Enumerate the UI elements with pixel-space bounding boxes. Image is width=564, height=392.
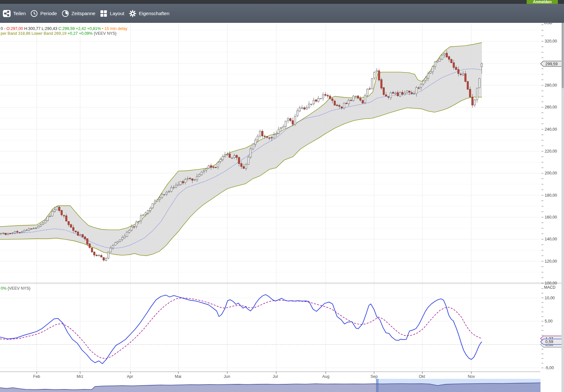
toolbar-share-label: Teilen xyxy=(13,11,26,16)
candle-up xyxy=(199,174,200,176)
gear-icon xyxy=(129,10,136,17)
candle-down xyxy=(451,60,452,63)
candle-up xyxy=(131,227,133,230)
candle-up xyxy=(117,241,118,243)
candle-up xyxy=(156,200,158,201)
candle-up xyxy=(166,192,167,194)
candle-up xyxy=(105,258,107,260)
candle-down xyxy=(290,118,291,121)
candle-down xyxy=(460,74,462,75)
candle-down xyxy=(469,89,471,97)
candle-down xyxy=(304,108,305,109)
candle-up xyxy=(49,216,51,217)
candle-up xyxy=(98,255,100,256)
candle-up xyxy=(145,213,146,215)
candle-down xyxy=(336,105,338,106)
candle-up xyxy=(257,136,258,140)
macd-header-symbol: {VEEV NYS} xyxy=(6,286,30,291)
candle-up xyxy=(47,216,49,221)
bollinger-band-values: per Band 318,86 Lower Band 269,19 xyxy=(1,31,68,36)
candle-up xyxy=(245,164,247,168)
toolbar-share-button[interactable]: Teilen xyxy=(3,10,26,17)
toolbar-properties-button[interactable]: Eigenschaften xyxy=(129,10,169,17)
candle-up xyxy=(296,111,298,116)
candle-up xyxy=(126,232,128,237)
candle-down xyxy=(63,215,65,216)
candle-up xyxy=(168,191,170,192)
candle-up xyxy=(196,176,198,180)
clock-icon xyxy=(30,10,38,17)
candle-up xyxy=(217,162,219,167)
layout-grid-icon xyxy=(100,10,108,17)
month-label: Mai xyxy=(175,374,181,379)
candle-up xyxy=(301,108,303,108)
candle-down xyxy=(10,233,11,234)
candle-up xyxy=(33,228,34,229)
candle-up xyxy=(434,62,436,67)
candle-up xyxy=(231,158,233,159)
candle-up xyxy=(38,226,39,228)
candle-up xyxy=(273,135,275,138)
candle-up xyxy=(250,149,251,157)
candle-up xyxy=(138,221,139,222)
candle-down xyxy=(397,92,399,96)
candle-down xyxy=(346,103,347,104)
candle-up xyxy=(42,223,44,225)
price-axis-label: 140,00 xyxy=(545,237,557,241)
toolbar-period-button[interactable]: Periode xyxy=(30,10,57,17)
candle-down xyxy=(409,91,410,92)
candle-up xyxy=(348,100,350,104)
candle-up xyxy=(227,154,228,155)
candle-down xyxy=(264,136,266,137)
price-axis-label: 120,00 xyxy=(545,259,557,264)
candle-down xyxy=(210,165,212,167)
candle-up xyxy=(352,96,354,100)
candle-down xyxy=(19,232,21,233)
candle-down xyxy=(236,155,238,157)
candle-up xyxy=(420,84,422,88)
price-open-value: O:297,00 xyxy=(6,26,23,31)
candle-up xyxy=(140,216,142,221)
candle-up xyxy=(164,194,165,195)
month-label: Nov xyxy=(468,374,475,379)
toolbar-layout-label: Layout xyxy=(110,11,124,16)
candle-up xyxy=(280,127,282,129)
candle-down xyxy=(5,233,6,235)
candle-down xyxy=(467,81,469,89)
candle-down xyxy=(324,94,326,95)
price-axis-label: 320,00 xyxy=(545,39,557,43)
candle-down xyxy=(243,167,245,168)
candle-up xyxy=(112,245,114,248)
candle-down xyxy=(446,53,447,57)
candle-up xyxy=(285,121,287,126)
candle-up xyxy=(294,117,296,125)
candle-down xyxy=(392,92,394,93)
candle-up xyxy=(343,103,345,108)
candle-down xyxy=(472,97,473,105)
price-axis-label: 180,00 xyxy=(545,193,557,198)
candle-down xyxy=(91,248,93,252)
macd-header: 0% {VEEV NYS} xyxy=(1,286,30,291)
candle-down xyxy=(334,101,335,105)
candle-up xyxy=(441,55,443,60)
vertical-scrollbar[interactable] xyxy=(561,0,564,392)
toolbar-layout-button[interactable]: Layout xyxy=(100,10,124,17)
candle-down xyxy=(94,252,95,255)
candle-up xyxy=(180,182,182,185)
price-highlow-values: H:300,77 L:290,43 xyxy=(23,26,59,31)
clock-filled-icon xyxy=(61,10,69,17)
chart-canvas[interactable]: FebMrzAprMaiJunJulAugSepOktNov320,00300,… xyxy=(0,0,564,392)
candle-up xyxy=(406,91,408,93)
candle-up xyxy=(444,53,445,55)
candle-down xyxy=(418,88,419,89)
login-button[interactable]: Anmelden xyxy=(527,0,558,4)
toolbar-timespan-button[interactable]: Zeitspanne xyxy=(61,10,95,17)
price-axis-label: 260,00 xyxy=(545,105,557,109)
macd-value-badge-2-text: 0,59 xyxy=(545,340,553,344)
candle-up xyxy=(28,229,30,230)
candle-up xyxy=(278,129,279,134)
candle-down xyxy=(87,238,88,244)
candle-up xyxy=(437,61,438,62)
candle-up xyxy=(143,215,144,216)
candle-up xyxy=(203,171,205,172)
